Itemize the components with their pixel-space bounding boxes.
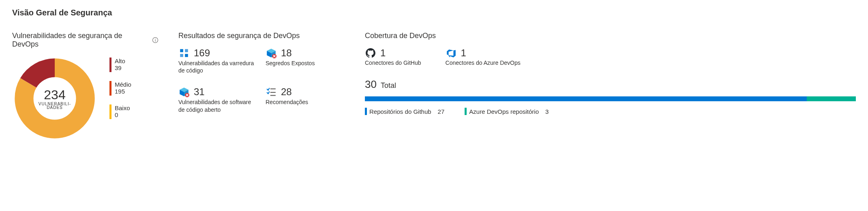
legend-high-value: 39 xyxy=(115,64,125,71)
donut-center: 234 VULNERABILI- DADES xyxy=(39,87,71,110)
repo-legend-github-count: 27 xyxy=(438,108,445,115)
github-label: Conectores do GitHub xyxy=(365,60,421,66)
coverage-total: 30 Total xyxy=(365,78,856,91)
oss-icon xyxy=(178,86,190,98)
bar-seg-github xyxy=(365,96,807,101)
svg-rect-0 xyxy=(180,49,183,52)
github-icon xyxy=(365,47,376,59)
repo-legend-github[interactable]: Repositórios do Github 27 xyxy=(365,108,444,115)
info-icon[interactable]: i xyxy=(152,37,158,43)
svg-rect-2 xyxy=(180,54,183,57)
result-code-scan[interactable]: 169 Vulnerabilidades da varredura de cód… xyxy=(178,47,257,74)
code-scan-value: 169 xyxy=(194,47,210,59)
legend-high[interactable]: Alto 39 xyxy=(109,58,131,72)
code-scan-label: Vulnerabilidades da varredura de código xyxy=(178,60,257,74)
secrets-icon xyxy=(266,47,277,59)
repo-legend-azdo[interactable]: Azure DevOps repositório 3 xyxy=(465,108,549,115)
results-panel: Resultados de segurança de DevOps 169 Vu… xyxy=(178,32,345,141)
legend-high-label: Alto xyxy=(115,58,125,64)
coverage-panel: Cobertura de DevOps 1 Conectores do GitH… xyxy=(365,32,856,141)
azdo-label: Conectores do Azure DevOps xyxy=(446,60,521,66)
legend-low-value: 0 xyxy=(115,111,130,118)
oss-label: Vulnerabilidades de software de código a… xyxy=(178,98,257,113)
total-label: Total xyxy=(381,81,396,90)
svg-rect-3 xyxy=(185,54,188,57)
repo-legend-azdo-count: 3 xyxy=(545,108,549,115)
donut-total: 234 xyxy=(39,87,71,102)
results-grid: 169 Vulnerabilidades da varredura de cód… xyxy=(178,47,345,113)
vuln-legend: Alto 39 Médio 195 Baixo 0 xyxy=(109,58,131,119)
vuln-panel-title: Vulnerabilidades de segurança de DevOps … xyxy=(12,32,158,49)
code-scan-icon xyxy=(178,47,190,59)
vulnerabilities-panel: Vulnerabilidades de segurança de DevOps … xyxy=(12,32,158,141)
coverage-title: Cobertura de DevOps xyxy=(365,32,856,40)
result-oss[interactable]: 31 Vulnerabilidades de software de códig… xyxy=(178,86,257,113)
repo-legend-github-label: Repositórios do Github xyxy=(369,108,431,115)
github-value: 1 xyxy=(380,47,386,59)
vuln-content: 234 VULNERABILI- DADES Alto 39 Médio xyxy=(12,56,158,141)
legend-medium-label: Médio xyxy=(115,81,131,88)
connectors-row: 1 Conectores do GitHub 1 Conectores do A… xyxy=(365,47,856,66)
legend-medium[interactable]: Médio 195 xyxy=(109,81,131,96)
oss-value: 31 xyxy=(194,86,205,98)
donut-chart: 234 VULNERABILI- DADES xyxy=(12,56,97,141)
legend-medium-value: 195 xyxy=(115,88,131,95)
recs-label: Recomendações xyxy=(266,98,345,106)
legend-low-bar xyxy=(109,104,111,119)
page-title: Visão Geral de Segurança xyxy=(12,8,856,17)
svg-rect-1 xyxy=(185,49,188,52)
azure-devops-icon xyxy=(446,47,457,59)
panels-row: Vulnerabilidades de segurança de DevOps … xyxy=(12,32,856,141)
legend-low-label: Baixo xyxy=(115,104,130,111)
azdo-value: 1 xyxy=(461,47,466,59)
legend-medium-bar xyxy=(109,81,111,96)
repo-legend-azdo-label: Azure DevOps repositório xyxy=(469,108,539,115)
bar-seg-azdo xyxy=(807,96,856,101)
legend-high-bar xyxy=(109,58,111,72)
github-connector[interactable]: 1 Conectores do GitHub xyxy=(365,47,421,66)
result-recs[interactable]: 28 Recomendações xyxy=(266,86,345,113)
legend-low[interactable]: Baixo 0 xyxy=(109,104,131,119)
repo-bar-chart xyxy=(365,96,856,101)
recs-value: 28 xyxy=(281,86,292,98)
repo-legend-azdo-mark xyxy=(465,108,467,115)
azdo-connector[interactable]: 1 Conectores do Azure DevOps xyxy=(446,47,521,66)
secrets-value: 18 xyxy=(281,47,292,59)
vuln-title-text: Vulnerabilidades de segurança de DevOps xyxy=(12,32,150,49)
recs-icon xyxy=(266,86,277,98)
repo-legend-github-mark xyxy=(365,108,367,115)
secrets-label: Segredos Expostos xyxy=(266,60,345,67)
result-secrets[interactable]: 18 Segredos Expostos xyxy=(266,47,345,74)
results-title: Resultados de segurança de DevOps xyxy=(178,32,345,40)
repo-legend: Repositórios do Github 27 Azure DevOps r… xyxy=(365,108,856,115)
total-value: 30 xyxy=(365,78,377,91)
